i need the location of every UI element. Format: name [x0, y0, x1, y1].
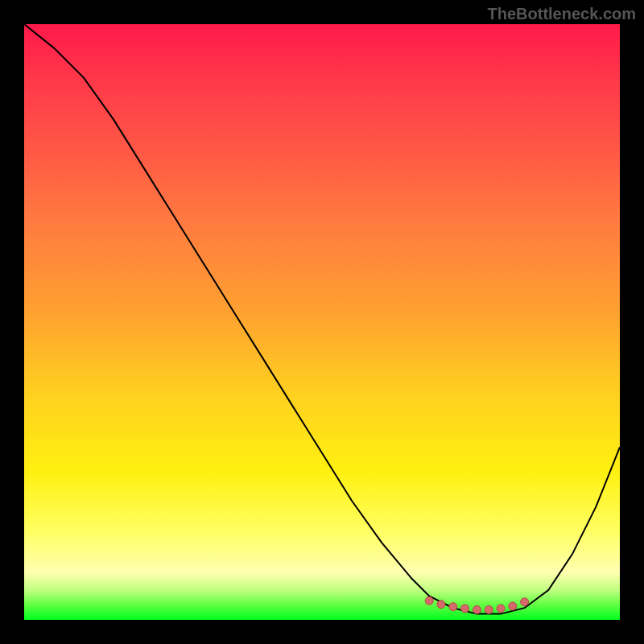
plot-area	[24, 24, 620, 620]
marker-dot	[473, 605, 481, 613]
marker-dot	[509, 602, 517, 610]
chart-svg	[24, 24, 620, 620]
marker-dot	[461, 605, 469, 613]
watermark-text: TheBottleneck.com	[488, 5, 636, 23]
marker-dot	[437, 601, 445, 609]
marker-dot	[521, 598, 529, 606]
marker-dot	[497, 605, 505, 613]
marker-dot	[485, 605, 493, 613]
bottleneck-curve-line	[24, 24, 620, 614]
marker-dot	[449, 603, 457, 611]
marker-dot	[425, 597, 433, 605]
